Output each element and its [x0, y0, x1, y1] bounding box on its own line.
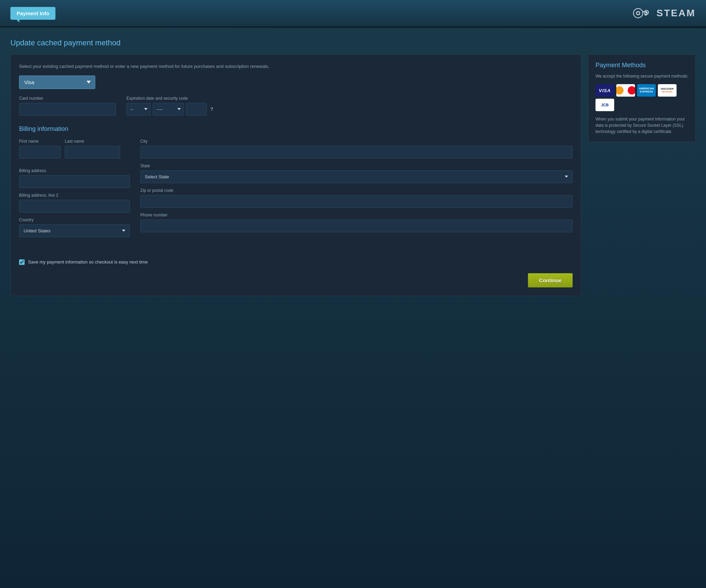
cvv-help[interactable]: ? — [210, 106, 213, 112]
card-icons-row: VISA AMERICANEXPRESS DISCOVERNETWORK — [595, 84, 688, 111]
city-field: City — [140, 139, 573, 159]
card-number-label: Card number — [19, 96, 116, 101]
phone-field: Phone number — [140, 213, 573, 232]
month-select[interactable]: -- 01020304 05060708 09101112 — [126, 103, 151, 116]
expiry-label: Expiration date and security code — [126, 96, 213, 101]
svg-point-2 — [637, 12, 639, 14]
pm-description: We accept the following secure payment m… — [595, 73, 688, 79]
country-label: Country — [19, 217, 130, 222]
billing-title: Billing information — [19, 125, 573, 133]
state-label: State — [140, 163, 573, 168]
state-field: State Select State ALAKAZAR CACOCTDE FLG… — [140, 163, 573, 183]
state-select[interactable]: Select State ALAKAZAR CACOCTDE FLGAHIID … — [140, 170, 573, 183]
first-name-label: First name — [19, 139, 61, 144]
pm-security-text: When you submit your payment information… — [595, 116, 688, 135]
country-select[interactable]: United States Canada United Kingdom Aust… — [19, 224, 130, 237]
payment-info-badge: Payment Info — [10, 7, 55, 20]
phone-input[interactable] — [140, 220, 573, 232]
steam-logo-text: STEAM — [656, 8, 696, 19]
card-number-input[interactable] — [19, 103, 116, 116]
continue-row: Continue — [19, 273, 573, 287]
amex-icon: AMERICANEXPRESS — [637, 84, 656, 97]
billing-col-right: City State Select State ALAKAZAR CACOCTD… — [140, 139, 573, 242]
zip-field: Zip or postal code — [140, 188, 573, 208]
country-field: Country United States Canada United King… — [19, 217, 130, 237]
page-title: Update cached payment method — [10, 38, 696, 47]
billing-address2-label: Billing address, line 2 — [19, 193, 130, 198]
card-number-group: Card number — [19, 96, 116, 116]
expiry-group: Expiration date and security code -- 010… — [126, 96, 213, 116]
last-name-input[interactable] — [65, 146, 120, 159]
first-name-input[interactable] — [19, 146, 61, 159]
payment-method-select[interactable]: Visa MasterCard American Express Discove… — [19, 75, 95, 89]
header: Payment Info STEAM — [0, 0, 706, 27]
zip-label: Zip or postal code — [140, 188, 573, 193]
billing-col-left: First name Last name Billing address — [19, 139, 130, 242]
mastercard-icon — [616, 84, 635, 97]
discover-icon: DISCOVERNETWORK — [658, 84, 677, 97]
jcb-icon: JCB — [595, 99, 614, 111]
billing-address-field: Billing address — [19, 168, 130, 188]
visa-icon: VISA — [595, 84, 614, 97]
form-description: Select your existing cached payment meth… — [19, 63, 573, 70]
content-wrapper: Select your existing cached payment meth… — [10, 54, 696, 296]
cvv-input[interactable] — [186, 103, 207, 116]
zip-input[interactable] — [140, 195, 573, 208]
expiry-row: -- 01020304 05060708 09101112 ---- 20242… — [126, 103, 213, 116]
form-panel: Select your existing cached payment meth… — [10, 54, 581, 296]
card-fields-row: Card number Expiration date and security… — [19, 96, 573, 116]
first-name-field: First name — [19, 139, 61, 159]
main-content: Update cached payment method Select your… — [0, 28, 706, 306]
save-checkbox[interactable] — [19, 259, 25, 265]
payment-methods-panel: Payment Methods We accept the following … — [588, 54, 696, 142]
billing-address-input[interactable] — [19, 175, 130, 188]
steam-logo-icon — [633, 6, 654, 20]
save-label: Save my payment information so checkout … — [28, 259, 148, 265]
billing-address2-input[interactable] — [19, 200, 130, 213]
svg-point-4 — [645, 11, 647, 14]
billing-address-label: Billing address — [19, 168, 130, 173]
billing-grid: First name Last name Billing address — [19, 139, 573, 242]
payment-info-label: Payment Info — [17, 10, 49, 16]
city-label: City — [140, 139, 573, 144]
last-name-field: Last name — [65, 139, 120, 159]
city-input[interactable] — [140, 146, 573, 159]
year-select[interactable]: ---- 2024202520262027 202820292030 — [153, 103, 184, 116]
steam-logo: STEAM — [633, 6, 696, 20]
phone-label: Phone number — [140, 213, 573, 217]
pm-title: Payment Methods — [595, 62, 688, 69]
billing-address2-field: Billing address, line 2 — [19, 193, 130, 213]
name-row: First name Last name — [19, 139, 130, 163]
last-name-label: Last name — [65, 139, 120, 144]
save-row: Save my payment information so checkout … — [19, 252, 573, 265]
continue-button[interactable]: Continue — [528, 273, 573, 287]
